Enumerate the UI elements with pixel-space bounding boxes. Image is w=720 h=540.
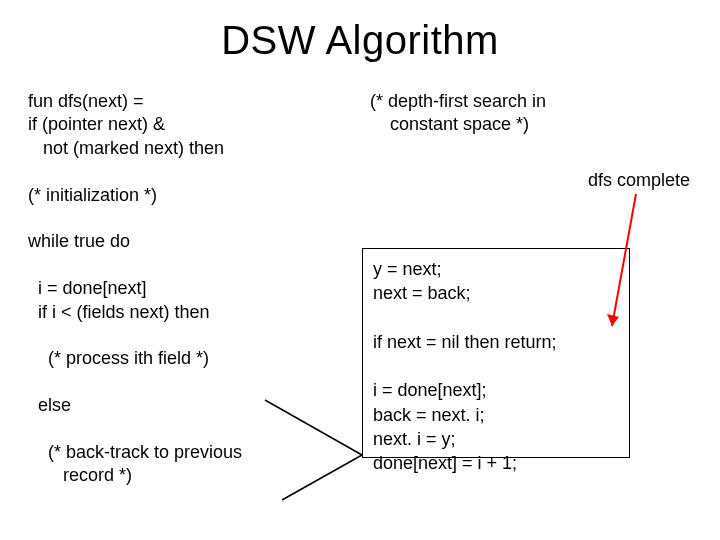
expansion-box: y = next; next = back; if next = nil the… (362, 248, 630, 458)
slide: DSW Algorithm fun dfs(next) = if (pointe… (0, 0, 720, 540)
dfs-complete-label: dfs complete (588, 170, 690, 191)
slide-title: DSW Algorithm (0, 18, 720, 63)
comment-right: (* depth-first search in constant space … (370, 90, 630, 137)
pseudocode-left: fun dfs(next) = if (pointer next) & not … (28, 90, 328, 488)
